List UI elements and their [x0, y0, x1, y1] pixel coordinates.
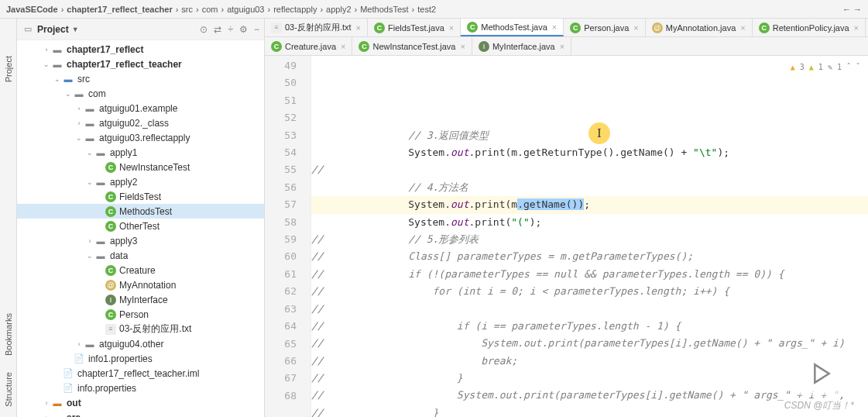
nav-arrows[interactable]: ← → [842, 5, 862, 14]
close-icon[interactable]: × [740, 23, 745, 33]
inspection-status[interactable]: ▲3 ▲1 ✎1 ˆ ˇ [791, 59, 860, 76]
settings-icon[interactable]: ⚙ [239, 24, 248, 35]
close-icon[interactable]: × [449, 23, 454, 33]
close-icon[interactable]: × [560, 42, 564, 51]
sidebar-tab-bookmarks[interactable]: Bookmarks [4, 307, 13, 362]
tree-item[interactable]: ›▬atguigu01.example [17, 101, 264, 115]
code-line[interactable]: System.out.print("("); [311, 214, 868, 231]
class-icon: C [105, 265, 116, 276]
tree-caret-icon[interactable]: ⌄ [74, 134, 84, 142]
editor-tab[interactable]: ≡03-反射的应用.txt× [265, 19, 368, 36]
code-line[interactable]: System.out.print(m.getName()); [311, 196, 868, 213]
editor-tab[interactable]: CPerson.java× [564, 19, 646, 36]
tree-caret-icon[interactable]: ⌄ [53, 75, 62, 83]
editor-tab[interactable]: CCreature.java× [265, 37, 352, 55]
tree-label: OtherTest [119, 221, 160, 232]
tree-item[interactable]: CFieldsTest [17, 189, 264, 204]
tree-caret-icon[interactable]: › [42, 46, 51, 53]
tree-caret-icon[interactable]: ⌄ [42, 60, 51, 68]
tree-item[interactable]: ⌄▬src [17, 71, 264, 86]
file-icon: 📄 [62, 367, 74, 380]
project-header: ▭ Project ▼ ⊙ ⇄ ÷ ⚙ − [17, 19, 264, 40]
tree-item[interactable]: ≡03-反射的应用.txt [17, 322, 264, 336]
code-line[interactable]: // Class[] parameterTypes = m.getParamet… [311, 248, 868, 265]
tree-label: atguigu03.reflectapply [99, 133, 190, 143]
hide-icon[interactable]: − [254, 24, 259, 35]
code-line[interactable]: System.out.print(m.getReturnType().getNa… [311, 144, 868, 161]
tree-label: NewInstanceTest [119, 162, 190, 173]
code-line[interactable]: // [311, 161, 868, 178]
tab-label: Creature.java [285, 42, 336, 51]
tree-item[interactable]: CNewInstanceTest [17, 160, 264, 174]
tree-item[interactable]: @MyAnnotation [17, 277, 264, 292]
tree-caret-icon[interactable]: ⌄ [85, 252, 94, 260]
code-line[interactable]: // } [311, 370, 868, 387]
dropdown-icon[interactable]: ▼ [72, 26, 79, 33]
folder-icon: ▬ [94, 146, 107, 159]
editor-tab[interactable]: CFieldsTest.java× [368, 19, 461, 36]
tree-caret-icon[interactable]: › [74, 119, 84, 127]
tree-item[interactable]: ›▬src [17, 410, 264, 417]
tree-caret-icon[interactable]: ⌄ [63, 90, 73, 98]
code-line[interactable]: // [311, 301, 868, 318]
play-overlay-button[interactable] [792, 352, 848, 395]
code-line[interactable]: // break; [311, 353, 868, 370]
tree-caret-icon[interactable]: › [42, 399, 51, 407]
code-line[interactable]: // if (!(parameterTypes == null && param… [311, 266, 868, 283]
sidebar-tab-structure[interactable]: Structure [4, 366, 13, 413]
tree-item[interactable]: 📄info1.properties [17, 351, 264, 366]
tree-item[interactable]: CMethodsTest [17, 204, 264, 219]
code-line[interactable]: // 3.返回值类型 [311, 127, 868, 144]
tree-item[interactable]: ›▬apply3 [17, 233, 264, 248]
tree-item[interactable]: ›▬chapter17_reflect [17, 42, 264, 57]
tree-item[interactable]: IMyInterface [17, 292, 264, 307]
tree-item[interactable]: ⌄▬apply1 [17, 145, 264, 160]
tree-item[interactable]: ⌄▬com [17, 86, 264, 101]
tree-item[interactable]: ›▬out [17, 395, 264, 410]
close-icon[interactable]: × [356, 23, 361, 33]
close-icon[interactable]: × [552, 22, 557, 32]
close-icon[interactable]: × [460, 42, 465, 51]
tree-caret-icon[interactable]: › [85, 237, 94, 245]
collapse-icon[interactable]: ÷ [228, 24, 233, 35]
editor-tab[interactable]: @MyAnnotation.java× [646, 19, 753, 36]
editor-tab[interactable]: CMethodsTest.java× [461, 19, 564, 36]
select-opened-icon[interactable]: ⊙ [200, 24, 208, 35]
editor-area[interactable]: 4950515253545556575859606162636465666768… [265, 56, 868, 417]
tree-caret-icon[interactable]: › [74, 340, 84, 348]
tree-item[interactable]: COtherTest [17, 219, 264, 233]
chevron-down-icon[interactable]: ˇ [856, 59, 860, 76]
tree-item[interactable]: ⌄▬data [17, 248, 264, 263]
tree-item[interactable]: CPerson [17, 307, 264, 322]
sidebar-tab-project[interactable]: Project [4, 50, 13, 88]
code-line[interactable]: // if (i == parameterTypes.length - 1) { [311, 318, 868, 335]
code-line[interactable]: // // 5.形参列表 [311, 231, 868, 248]
expand-icon[interactable]: ⇄ [214, 24, 221, 35]
tree-label: chapter17_reflect_teacher.iml [77, 368, 199, 379]
close-icon[interactable]: × [341, 42, 345, 51]
tree-item[interactable]: ⌄▬apply2 [17, 174, 264, 189]
editor-tab[interactable]: CRetentionPolicy.java× [753, 19, 866, 36]
tree-item[interactable]: ⌄▬chapter17_reflect_teacher [17, 57, 264, 71]
editor-tab[interactable]: CNewInstanceTest.java× [352, 37, 472, 55]
tree-caret-icon[interactable]: ⌄ [85, 149, 94, 157]
code-line[interactable]: // 4.方法名 [311, 179, 868, 196]
editor-tab[interactable]: IMyInterface.java× [472, 37, 571, 55]
tree-item[interactable]: 📄info.properties [17, 381, 264, 395]
tree-item[interactable]: ›▬atguigu02._class [17, 115, 264, 130]
code-content[interactable]: ▲3 ▲1 ✎1 ˆ ˇ I // 3.返回值类型 System.out.pri… [311, 56, 868, 417]
close-icon[interactable]: × [854, 23, 859, 33]
tree-caret-icon[interactable]: › [42, 414, 51, 418]
code-line[interactable]: // for (int i = 0; i < parameterTypes.le… [311, 283, 868, 300]
tree-caret-icon[interactable]: › [74, 105, 84, 112]
close-icon[interactable]: × [633, 23, 638, 33]
tree-item[interactable]: CCreature [17, 263, 264, 277]
code-line[interactable]: // System.out.print(parameterTypes[i].ge… [311, 335, 868, 352]
tree-caret-icon[interactable]: ⌄ [85, 178, 94, 186]
class-icon: C [570, 22, 581, 33]
chevron-up-icon[interactable]: ˆ [846, 59, 851, 76]
project-tree[interactable]: ›▬chapter17_reflect⌄▬chapter17_reflect_t… [17, 40, 264, 417]
tree-item[interactable]: ⌄▬atguigu03.reflectapply [17, 130, 264, 145]
tree-item[interactable]: 📄chapter17_reflect_teacher.iml [17, 366, 264, 381]
tree-item[interactable]: ›▬atguigu04.other [17, 336, 264, 351]
